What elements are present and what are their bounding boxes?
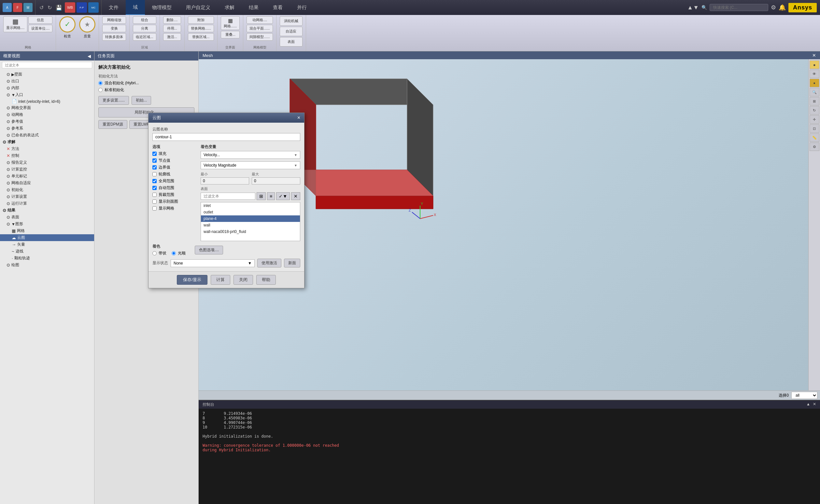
smooth-option[interactable]: 光顺: [171, 251, 185, 256]
tree-item-plots[interactable]: ⊙绘图: [0, 262, 94, 268]
check-draw-profile[interactable]: 显示剖面图: [152, 199, 197, 204]
transform-btn[interactable]: 变换: [102, 25, 126, 32]
check-boundary-val-input[interactable]: [152, 165, 157, 170]
surface-wall-naca[interactable]: wall-naca0018-prt0_fluid: [201, 228, 300, 235]
tree-item-mesh-interface[interactable]: ⊙网格交界面: [0, 104, 94, 111]
reset-dpm-btn[interactable]: 重置DPM源: [98, 120, 127, 129]
check-node-val[interactable]: 节点值: [152, 158, 197, 163]
coloring-var-dropdown1[interactable]: Velocity... ▼: [200, 151, 300, 159]
check-draw-profile-input[interactable]: [152, 199, 157, 204]
rtool-select-btn[interactable]: ⊡: [810, 124, 819, 133]
tree-item-graphics[interactable]: ⊙▼图形: [0, 221, 94, 227]
band-radio[interactable]: [152, 251, 157, 255]
tree-item-ref-frame[interactable]: ⊙参考系: [0, 125, 94, 132]
adaptive-btn[interactable]: 自适应: [280, 27, 303, 36]
more-settings-btn[interactable]: 更多设置......: [98, 96, 129, 105]
adjacent-zone-btn[interactable]: 临近区域...: [133, 33, 156, 41]
check-boundary-val[interactable]: 边界值: [152, 165, 197, 170]
menu-parallel[interactable]: 并行: [290, 0, 314, 15]
menu-view[interactable]: 查看: [266, 0, 290, 15]
rtool-settings-btn[interactable]: ⚙: [810, 143, 819, 151]
tree-item-streamline[interactable]: ~迹线: [0, 248, 94, 255]
rtool-view-btn[interactable]: 👁: [810, 70, 819, 78]
coloring-var-dropdown2[interactable]: Velocity Magnitude ▼: [200, 161, 300, 169]
tree-item-method[interactable]: ✕方法: [0, 145, 94, 152]
use-active-btn[interactable]: 使用激活: [257, 259, 281, 267]
menu-domain[interactable]: 域: [126, 0, 145, 15]
save-btn[interactable]: 💾: [54, 5, 63, 11]
tree-item-run-calc[interactable]: ⊙运行计算: [0, 200, 94, 207]
outline-filter-input[interactable]: [2, 62, 92, 68]
rtool-rotate-btn[interactable]: ↻: [810, 106, 819, 115]
tree-item-particle-track[interactable]: ·颗粒轨迹: [0, 255, 94, 262]
surface-add-btn[interactable]: ⊞: [257, 192, 266, 200]
tree-item-solve[interactable]: ⊙求解: [0, 139, 94, 145]
turbomachinery-btn[interactable]: 涡轮机械: [280, 16, 303, 26]
menu-user-defined[interactable]: 用户自定义: [179, 0, 218, 15]
surface-filter-input[interactable]: [200, 193, 255, 200]
console-expand-btn[interactable]: ▲: [806, 402, 810, 407]
selection-dropdown[interactable]: all: [791, 392, 817, 399]
check-node-val-input[interactable]: [152, 158, 157, 163]
max-input[interactable]: [252, 177, 300, 184]
rtool-gold-btn[interactable]: ●: [810, 79, 819, 87]
surface-btn[interactable]: 表面: [280, 37, 303, 47]
tree-item-named-expr[interactable]: ⊙已命名的表达式: [0, 132, 94, 139]
deactivate-btn[interactable]: 停用...: [163, 25, 181, 32]
settings-gear-icon[interactable]: ⚙: [771, 4, 776, 11]
check-fill[interactable]: 填充: [152, 151, 197, 157]
gap-model-btn[interactable]: 间隙模型......: [247, 33, 273, 41]
tree-item-monitor[interactable]: ⊙计算监控: [0, 166, 94, 173]
dialog-name-input[interactable]: [152, 133, 300, 141]
scale-btn[interactable]: 网格缩放: [102, 16, 126, 24]
surface-wall[interactable]: wall: [201, 222, 300, 228]
undo-btn[interactable]: ↺: [38, 5, 45, 11]
help-btn[interactable]: 帮助: [256, 275, 276, 285]
tree-item-interior[interactable]: ⊙内部: [0, 85, 94, 91]
surface-plane4[interactable]: plane-4: [201, 215, 300, 222]
check-global-range-input[interactable]: [152, 179, 157, 183]
app-icon-1[interactable]: A: [3, 3, 12, 12]
standard-init-option[interactable]: 标准初始化: [98, 87, 194, 93]
replace-mesh-btn[interactable]: 替换网格......: [188, 25, 214, 32]
check-clip-range-input[interactable]: [152, 193, 157, 197]
display-state-dropdown[interactable]: None ▼: [171, 259, 255, 267]
colormap-options-btn[interactable]: 色图选项....: [195, 246, 223, 254]
surface-x-btn[interactable]: ✕: [291, 192, 300, 200]
check-draw-mesh[interactable]: 显示网格: [152, 206, 197, 211]
tree-item-mesh-adapt[interactable]: ⊙网格自适应: [0, 180, 94, 186]
rtool-measure-btn[interactable]: 📏: [810, 133, 819, 142]
surface-inlet[interactable]: inlet: [201, 202, 300, 209]
surface-minus-btn[interactable]: ≡: [267, 192, 275, 200]
check-draw-mesh-input[interactable]: [152, 206, 157, 211]
check-fill-input[interactable]: [152, 152, 157, 156]
new-surface-btn[interactable]: 新面: [284, 259, 300, 267]
tree-item-inlet-detail[interactable]: 📄inlet (velocity-inlet, id=6): [0, 98, 94, 104]
show-mesh-btn[interactable]: ▦ 显示网格....: [3, 16, 27, 32]
menu-solve[interactable]: 求解: [218, 0, 242, 15]
append-btn[interactable]: 附加: [188, 16, 214, 24]
meshing-icon[interactable]: MC: [88, 2, 99, 13]
smooth-radio[interactable]: [171, 251, 176, 255]
console-close-btn[interactable]: ✕: [813, 402, 816, 407]
app-icon-3[interactable]: M: [23, 3, 33, 12]
settings-icon[interactable]: WB: [65, 2, 75, 13]
check-auto-range[interactable]: 自动范围: [152, 185, 197, 191]
tree-item-cell-marker[interactable]: ⊙单元标记: [0, 173, 94, 180]
dialog-close-icon[interactable]: ×: [297, 115, 300, 121]
tree-item-ref-values[interactable]: ⊙参考值: [0, 118, 94, 125]
info-btn[interactable]: 信息: [28, 16, 52, 24]
rtool-color-btn[interactable]: ■: [810, 61, 819, 69]
check-contour-lines[interactable]: 轮廓线: [152, 171, 197, 177]
hybrid-init-option[interactable]: 混合初始化 (Hybri...: [98, 80, 194, 86]
activate-btn[interactable]: 激活...: [163, 33, 181, 41]
min-input[interactable]: [200, 177, 249, 184]
rtool-pan-btn[interactable]: ✛: [810, 115, 819, 124]
mixing-plane-btn[interactable]: 混合平面......: [247, 25, 273, 32]
tree-item-calc-settings[interactable]: ⊙计算设置: [0, 193, 94, 200]
check-clip-range[interactable]: 剪裁范围: [152, 192, 197, 198]
combine-btn[interactable]: 组合: [133, 16, 156, 24]
tree-item-mesh-graphics[interactable]: ▦网格: [0, 227, 94, 234]
dropdown-arrow-icon[interactable]: ▲▼: [687, 4, 699, 11]
close-btn[interactable]: 关闭: [234, 275, 253, 285]
